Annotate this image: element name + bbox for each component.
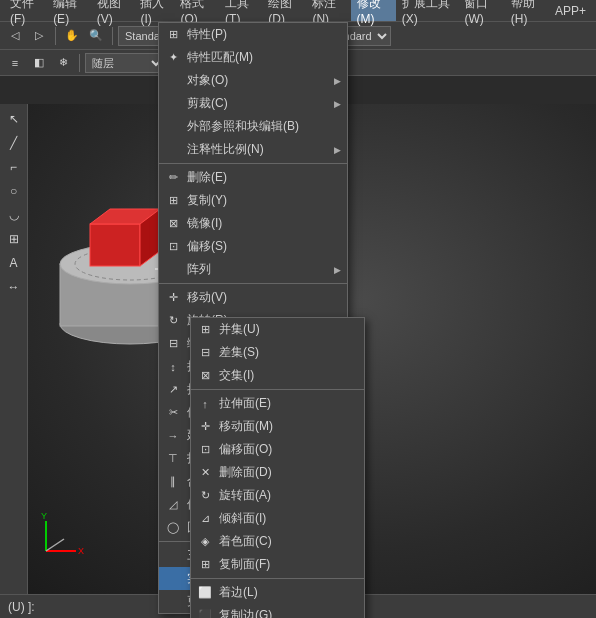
svg-rect-4 [90, 224, 140, 266]
toolbar-sep2 [112, 27, 113, 45]
svg-text:X: X [78, 546, 84, 556]
toolbar-open[interactable]: ▷ [28, 25, 50, 47]
chamfer-icon: ◿ [165, 497, 181, 513]
extend-icon: → [165, 428, 181, 444]
submenu-delete-face[interactable]: ✕ 删除面(D) [191, 461, 364, 484]
subtract-icon: ⊟ [197, 345, 213, 361]
menu-draw[interactable]: 绘图(D) [262, 0, 306, 21]
break-icon: ⊤ [165, 451, 181, 467]
tool-dim[interactable]: ↔ [3, 276, 25, 298]
move-face-icon: ✛ [197, 419, 213, 435]
sep1 [159, 163, 347, 164]
tool-text[interactable]: A [3, 252, 25, 274]
menu-express[interactable]: 扩展工具(X) [396, 0, 459, 21]
toolbar-sep1 [55, 27, 56, 45]
trim-icon: ✂ [165, 405, 181, 421]
rotate-icon: ↻ [165, 313, 181, 329]
svg-line-9 [46, 539, 64, 551]
menu-annotative[interactable]: 注释性比例(N) [159, 138, 347, 161]
submenu-intersect[interactable]: ⊠ 交集(I) [191, 364, 364, 387]
menu-copy[interactable]: ⊞ 复制(Y) [159, 189, 347, 212]
offset-icon: ⊡ [165, 239, 181, 255]
menu-object[interactable]: 对象(O) [159, 69, 347, 92]
scale-icon: ⊟ [165, 336, 181, 352]
submenu-taper-face[interactable]: ⊿ 倾斜面(I) [191, 507, 364, 530]
color-edge-icon: ⬜ [197, 585, 213, 601]
menu-properties[interactable]: ⊞ 特性(P) [159, 23, 347, 46]
submenu-rotate-face[interactable]: ↻ 旋转面(A) [191, 484, 364, 507]
toolbar-zoom[interactable]: 🔍 [85, 25, 107, 47]
sep2 [159, 283, 347, 284]
sub-sep1 [191, 389, 364, 390]
menu-xref-block[interactable]: 外部参照和块编辑(B) [159, 115, 347, 138]
menu-edit[interactable]: 编辑(E) [47, 0, 91, 21]
layer-dropdown[interactable]: 随层 [85, 53, 165, 73]
menu-tools[interactable]: 工具(T) [219, 0, 262, 21]
layer-freeze-btn[interactable]: ❄ [52, 52, 74, 74]
submenu-subtract[interactable]: ⊟ 差集(S) [191, 341, 364, 364]
left-panel: ↖ ╱ ⌐ ○ ◡ ⊞ A ↔ [0, 104, 28, 594]
menu-window[interactable]: 窗口(W) [458, 0, 504, 21]
submenu-color-face[interactable]: ◈ 着色面(C) [191, 530, 364, 553]
toolbar-new[interactable]: ◁ [4, 25, 26, 47]
solid-edit-submenu: ⊞ 并集(U) ⊟ 差集(S) ⊠ 交集(I) ↑ 拉伸面(E) ✛ 移动面(M… [190, 317, 365, 618]
menu-offset[interactable]: ⊡ 偏移(S) [159, 235, 347, 258]
toolbar-pan[interactable]: ✋ [61, 25, 83, 47]
taper-face-icon: ⊿ [197, 511, 213, 527]
color-face-icon: ◈ [197, 534, 213, 550]
mirror-icon: ⊠ [165, 216, 181, 232]
tool-polyline[interactable]: ⌐ [3, 156, 25, 178]
menu-mirror[interactable]: ⊠ 镜像(I) [159, 212, 347, 235]
menu-format[interactable]: 格式(O) [174, 0, 219, 21]
delete-face-icon: ✕ [197, 465, 213, 481]
union-icon: ⊞ [197, 322, 213, 338]
submenu-copy-face[interactable]: ⊞ 复制面(F) [191, 553, 364, 576]
submenu-color-edge[interactable]: ⬜ 着边(L) [191, 581, 364, 604]
properties-icon: ⊞ [165, 27, 181, 43]
intersect-icon: ⊠ [197, 368, 213, 384]
command-prompt: (U) ]: [8, 600, 35, 614]
tool-line[interactable]: ╱ [3, 132, 25, 154]
menu-array[interactable]: 阵列 [159, 258, 347, 281]
stretch-icon: ↕ [165, 359, 181, 375]
ucs-icon: X Y [36, 511, 86, 564]
submenu-offset-face[interactable]: ⊡ 偏移面(O) [191, 438, 364, 461]
menu-clip[interactable]: 剪裁(C) [159, 92, 347, 115]
copy-edge-icon: ⬛ [197, 608, 213, 619]
sub-sep2 [191, 578, 364, 579]
menu-file[interactable]: 文件(F) [4, 0, 47, 21]
offset-face-icon: ⊡ [197, 442, 213, 458]
menu-help[interactable]: 帮助(H) [505, 0, 549, 21]
menu-erase[interactable]: ✏ 删除(E) [159, 166, 347, 189]
layer-manager-btn[interactable]: ≡ [4, 52, 26, 74]
layer-props-btn[interactable]: ◧ [28, 52, 50, 74]
menu-modify[interactable]: 修改(M) [351, 0, 396, 21]
rotate-face-icon: ↻ [197, 488, 213, 504]
erase-icon: ✏ [165, 170, 181, 186]
match-prop-icon: ✦ [165, 50, 181, 66]
tool-hatch[interactable]: ⊞ [3, 228, 25, 250]
tool-arc[interactable]: ◡ [3, 204, 25, 226]
lengthen-icon: ↗ [165, 382, 181, 398]
copy-icon: ⊞ [165, 193, 181, 209]
menu-match-prop[interactable]: ✦ 特性匹配(M) [159, 46, 347, 69]
move-icon: ✛ [165, 290, 181, 306]
menu-dimension[interactable]: 标注(N) [306, 0, 350, 21]
menu-app[interactable]: APP+ [549, 0, 592, 21]
submenu-union[interactable]: ⊞ 并集(U) [191, 318, 364, 341]
svg-text:Y: Y [41, 511, 47, 521]
submenu-copy-edge[interactable]: ⬛ 复制边(G) [191, 604, 364, 618]
fillet-icon: ◯ [165, 520, 181, 536]
tool-circle[interactable]: ○ [3, 180, 25, 202]
menu-bar: 文件(F) 编辑(E) 视图(V) 插入(I) 格式(O) 工具(T) 绘图(D… [0, 0, 596, 22]
menu-move[interactable]: ✛ 移动(V) [159, 286, 347, 309]
menu-view[interactable]: 视图(V) [91, 0, 135, 21]
tool-select[interactable]: ↖ [3, 108, 25, 130]
submenu-move-face[interactable]: ✛ 移动面(M) [191, 415, 364, 438]
copy-face-icon: ⊞ [197, 557, 213, 573]
submenu-extrude-face[interactable]: ↑ 拉伸面(E) [191, 392, 364, 415]
join-icon: ∥ [165, 474, 181, 490]
menu-insert[interactable]: 插入(I) [134, 0, 174, 21]
extrude-face-icon: ↑ [197, 396, 213, 412]
layer-sep1 [79, 54, 80, 72]
